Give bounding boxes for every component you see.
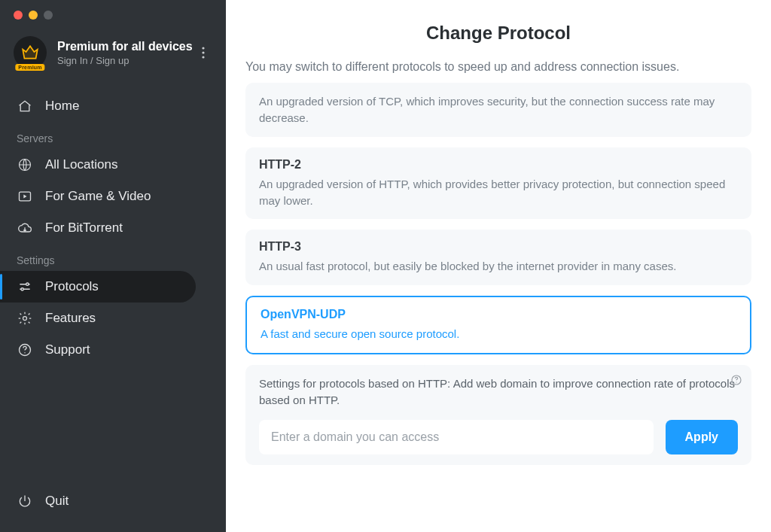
svg-point-0	[202, 47, 204, 49]
protocol-desc: A fast and secure open source protocol.	[261, 326, 736, 342]
sidebar-item-label: Home	[45, 99, 79, 114]
svg-point-7	[23, 317, 27, 321]
sidebar-item-label: Support	[45, 342, 90, 357]
power-icon	[17, 493, 33, 509]
account-title: Premium for all devices	[57, 40, 193, 53]
sidebar-item-game-video[interactable]: For Game & Video	[0, 181, 226, 212]
window-controls	[0, 0, 226, 20]
page-title: Change Protocol	[245, 23, 751, 44]
domain-input[interactable]	[259, 420, 654, 454]
protocol-desc: An upgraded version of HTTP, which provi…	[259, 176, 738, 209]
globe-icon	[17, 157, 33, 173]
page-subtitle: You may switch to different protocols to…	[245, 59, 751, 75]
sidebar-item-support[interactable]: Support	[0, 334, 226, 366]
protocol-title: HTTP-3	[259, 240, 738, 254]
sidebar-item-quit[interactable]: Quit	[0, 485, 226, 517]
sidebar-item-label: Protocols	[45, 279, 99, 294]
svg-point-1	[202, 51, 204, 53]
premium-badge: Premium	[15, 64, 44, 71]
sidebar: Premium Premium for all devices Sign In …	[0, 0, 226, 532]
sidebar-item-label: For Game & Video	[45, 189, 151, 204]
sidebar-item-protocols[interactable]: Protocols	[0, 271, 196, 302]
svg-point-5	[26, 283, 29, 285]
protocol-title: HTTP-2	[259, 158, 738, 172]
help-icon	[17, 342, 33, 358]
account-block[interactable]: Premium Premium for all devices Sign In …	[0, 20, 226, 77]
sidebar-item-label: All Locations	[45, 157, 117, 172]
protocol-card-http3[interactable]: HTTP-3 An usual fast protocol, but easil…	[245, 230, 751, 285]
close-window-button[interactable]	[14, 11, 23, 20]
protocol-card-openvpn-udp[interactable]: OpenVPN-UDP A fast and secure open sourc…	[245, 296, 751, 354]
sliders-icon	[17, 278, 33, 295]
sidebar-item-label: Quit	[45, 494, 69, 509]
section-servers: Servers	[0, 128, 226, 149]
apply-button[interactable]: Apply	[666, 420, 738, 454]
maximize-window-button[interactable]	[44, 11, 53, 20]
protocol-desc: An upgraded version of TCP, which improv…	[259, 93, 738, 126]
crown-icon: Premium	[14, 36, 47, 69]
play-icon	[17, 188, 33, 205]
sidebar-item-label: For BitTorrent	[45, 220, 123, 236]
sidebar-item-label: Features	[45, 311, 96, 326]
account-subtitle[interactable]: Sign In / Sign up	[57, 55, 193, 66]
main-panel: Change Protocol You may switch to differ…	[226, 0, 771, 532]
protocol-desc: An usual fast protocol, but easily be bl…	[259, 258, 738, 275]
section-settings: Settings	[0, 250, 226, 271]
download-cloud-icon	[17, 220, 33, 236]
more-menu-icon[interactable]	[193, 42, 214, 63]
sidebar-item-features[interactable]: Features	[0, 302, 226, 334]
protocol-card[interactable]: An upgraded version of TCP, which improv…	[245, 83, 751, 137]
help-icon[interactable]	[730, 374, 742, 386]
protocol-title: OpenVPN-UDP	[261, 308, 736, 321]
svg-point-2	[202, 56, 204, 58]
minimize-window-button[interactable]	[29, 11, 38, 20]
svg-point-11	[736, 382, 736, 382]
nav: Home Servers All Locations For Game & Vi…	[0, 90, 226, 366]
sidebar-item-all-locations[interactable]: All Locations	[0, 149, 226, 181]
gear-icon	[17, 310, 33, 327]
account-text: Premium for all devices Sign In / Sign u…	[57, 40, 193, 66]
sidebar-item-bittorrent[interactable]: For BitTorrent	[0, 212, 226, 244]
svg-point-9	[24, 352, 25, 353]
sidebar-item-home[interactable]: Home	[0, 90, 226, 122]
domain-hint: Settings for protocols based on HTTP: Ad…	[259, 375, 738, 409]
protocol-card-http2[interactable]: HTTP-2 An upgraded version of HTTP, whic…	[245, 147, 751, 220]
home-icon	[17, 98, 33, 114]
domain-settings-card: Settings for protocols based on HTTP: Ad…	[245, 365, 751, 466]
svg-point-6	[21, 288, 23, 290]
